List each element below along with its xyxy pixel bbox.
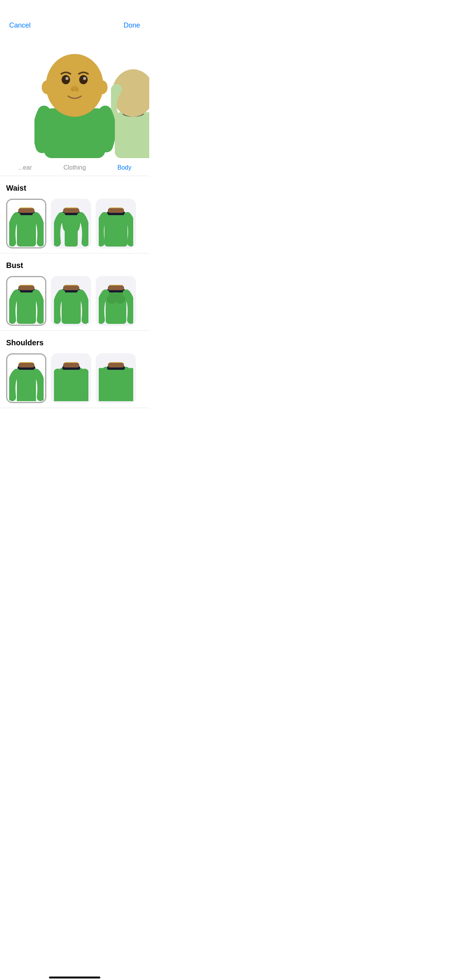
svg-rect-44 <box>108 286 124 290</box>
svg-rect-26 <box>65 229 78 247</box>
waist-section: Waist <box>0 176 149 253</box>
waist-item-3[interactable] <box>96 199 136 248</box>
bust-item-3[interactable] <box>96 276 136 326</box>
shoulders-item-3[interactable] <box>96 353 136 403</box>
header: Cancel Done <box>0 0 149 36</box>
tab-clothing[interactable]: Clothing <box>50 163 100 173</box>
svg-point-7 <box>62 75 70 84</box>
waist-title: Waist <box>6 184 143 193</box>
svg-rect-50 <box>63 363 79 368</box>
bust-item-2[interactable] <box>51 276 91 326</box>
svg-rect-25 <box>63 208 79 213</box>
svg-rect-34 <box>18 286 34 290</box>
svg-point-9 <box>65 77 69 80</box>
shoulders-item-2[interactable] <box>51 353 91 403</box>
shoulders-section: Shoulders <box>0 331 149 408</box>
bust-section: Bust <box>0 253 149 331</box>
svg-rect-30 <box>108 208 124 213</box>
cancel-button[interactable]: Cancel <box>9 21 31 29</box>
shoulders-items <box>6 353 143 403</box>
tab-eyewear[interactable]: ...ear <box>0 163 50 173</box>
svg-point-5 <box>42 80 52 94</box>
svg-point-13 <box>75 88 78 91</box>
svg-point-8 <box>79 75 88 84</box>
svg-rect-38 <box>63 286 79 290</box>
svg-point-10 <box>83 77 86 80</box>
svg-point-12 <box>71 88 74 91</box>
bust-title: Bust <box>6 261 143 270</box>
bust-item-1[interactable] <box>6 276 46 326</box>
avatar-preview <box>0 36 149 158</box>
avatar-side <box>111 66 149 158</box>
avatar-main <box>34 43 115 158</box>
done-button[interactable]: Done <box>124 21 140 29</box>
tab-bar: ...ear Clothing Body <box>0 158 149 176</box>
waist-items <box>6 199 143 248</box>
shoulders-item-1[interactable] <box>6 353 46 403</box>
svg-rect-22 <box>18 208 34 213</box>
waist-item-2[interactable] <box>51 199 91 248</box>
svg-rect-47 <box>18 363 34 368</box>
tab-body[interactable]: Body <box>100 163 149 173</box>
svg-point-6 <box>97 80 108 94</box>
svg-rect-53 <box>108 363 124 368</box>
svg-point-4 <box>46 54 103 117</box>
bust-items <box>6 276 143 326</box>
shoulders-title: Shoulders <box>6 338 143 347</box>
waist-item-1[interactable] <box>6 199 46 248</box>
